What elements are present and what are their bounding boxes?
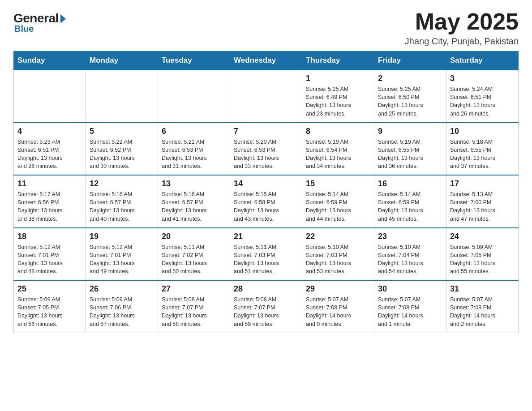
day-info: Sunrise: 5:25 AM Sunset: 6:49 PM Dayligh… [306, 85, 370, 118]
day-number: 21 [234, 232, 298, 241]
calendar-week-2: 4Sunrise: 5:23 AM Sunset: 6:51 PM Daylig… [14, 123, 519, 176]
weekday-header-row: SundayMondayTuesdayWednesdayThursdayFrid… [14, 51, 519, 70]
day-number: 25 [17, 284, 82, 294]
weekday-header-thursday: Thursday [302, 51, 374, 70]
day-info: Sunrise: 5:16 AM Sunset: 6:57 PM Dayligh… [90, 190, 154, 223]
calendar-cell: 23Sunrise: 5:10 AM Sunset: 7:04 PM Dayli… [374, 228, 446, 281]
day-info: Sunrise: 5:19 AM Sunset: 6:55 PM Dayligh… [378, 138, 442, 171]
calendar-cell: 7Sunrise: 5:20 AM Sunset: 6:53 PM Daylig… [230, 123, 302, 176]
logo: General Blue [13, 9, 66, 34]
calendar-cell: 12Sunrise: 5:16 AM Sunset: 6:57 PM Dayli… [86, 175, 158, 228]
calendar-cell [158, 70, 230, 123]
calendar-cell [14, 70, 86, 123]
day-info: Sunrise: 5:20 AM Sunset: 6:53 PM Dayligh… [234, 138, 298, 171]
day-info: Sunrise: 5:24 AM Sunset: 6:51 PM Dayligh… [450, 85, 515, 118]
calendar-cell: 1Sunrise: 5:25 AM Sunset: 6:49 PM Daylig… [302, 70, 374, 123]
day-info: Sunrise: 5:21 AM Sunset: 6:53 PM Dayligh… [162, 138, 226, 171]
day-number: 8 [306, 127, 370, 136]
day-number: 19 [90, 232, 154, 241]
day-number: 17 [450, 179, 515, 188]
day-info: Sunrise: 5:07 AM Sunset: 7:09 PM Dayligh… [450, 295, 515, 328]
calendar-cell: 4Sunrise: 5:23 AM Sunset: 6:51 PM Daylig… [14, 123, 86, 176]
weekday-header-monday: Monday [86, 51, 158, 70]
day-info: Sunrise: 5:15 AM Sunset: 6:58 PM Dayligh… [234, 190, 298, 223]
day-number: 28 [234, 284, 298, 294]
day-info: Sunrise: 5:14 AM Sunset: 6:59 PM Dayligh… [306, 190, 370, 223]
location-subtitle: Jhang City, Punjab, Pakistan [405, 36, 519, 47]
calendar-cell: 30Sunrise: 5:07 AM Sunset: 7:08 PM Dayli… [374, 280, 446, 333]
day-number: 5 [90, 127, 154, 136]
day-info: Sunrise: 5:08 AM Sunset: 7:07 PM Dayligh… [234, 295, 298, 328]
calendar-cell: 24Sunrise: 5:09 AM Sunset: 7:05 PM Dayli… [446, 228, 519, 281]
calendar-cell: 28Sunrise: 5:08 AM Sunset: 7:07 PM Dayli… [230, 280, 302, 333]
day-number: 24 [450, 232, 515, 241]
day-info: Sunrise: 5:22 AM Sunset: 6:52 PM Dayligh… [90, 138, 154, 171]
weekday-header-wednesday: Wednesday [230, 51, 302, 70]
calendar-cell: 3Sunrise: 5:24 AM Sunset: 6:51 PM Daylig… [446, 70, 519, 123]
calendar-week-4: 18Sunrise: 5:12 AM Sunset: 7:01 PM Dayli… [14, 228, 519, 281]
day-info: Sunrise: 5:09 AM Sunset: 7:06 PM Dayligh… [90, 295, 154, 328]
calendar-cell: 9Sunrise: 5:19 AM Sunset: 6:55 PM Daylig… [374, 123, 446, 176]
day-info: Sunrise: 5:08 AM Sunset: 7:07 PM Dayligh… [162, 295, 226, 328]
calendar-cell: 2Sunrise: 5:25 AM Sunset: 6:50 PM Daylig… [374, 70, 446, 123]
logo-arrow-icon [60, 14, 66, 23]
calendar-cell: 31Sunrise: 5:07 AM Sunset: 7:09 PM Dayli… [446, 280, 519, 333]
day-number: 26 [90, 284, 154, 294]
day-info: Sunrise: 5:16 AM Sunset: 6:57 PM Dayligh… [162, 190, 226, 223]
calendar-cell: 14Sunrise: 5:15 AM Sunset: 6:58 PM Dayli… [230, 175, 302, 228]
calendar-cell: 26Sunrise: 5:09 AM Sunset: 7:06 PM Dayli… [86, 280, 158, 333]
calendar-week-1: 1Sunrise: 5:25 AM Sunset: 6:49 PM Daylig… [14, 70, 519, 123]
calendar-cell: 20Sunrise: 5:11 AM Sunset: 7:02 PM Dayli… [158, 228, 230, 281]
calendar-cell: 21Sunrise: 5:11 AM Sunset: 7:03 PM Dayli… [230, 228, 302, 281]
day-number: 18 [17, 232, 82, 241]
calendar-cell: 11Sunrise: 5:17 AM Sunset: 6:56 PM Dayli… [14, 175, 86, 228]
day-info: Sunrise: 5:09 AM Sunset: 7:05 PM Dayligh… [450, 243, 515, 276]
day-number: 4 [17, 127, 82, 136]
calendar-table: SundayMondayTuesdayWednesdayThursdayFrid… [13, 51, 519, 333]
calendar-cell: 17Sunrise: 5:13 AM Sunset: 7:00 PM Dayli… [446, 175, 519, 228]
calendar-week-3: 11Sunrise: 5:17 AM Sunset: 6:56 PM Dayli… [14, 175, 519, 228]
day-info: Sunrise: 5:23 AM Sunset: 6:51 PM Dayligh… [17, 138, 82, 171]
day-number: 9 [378, 127, 442, 136]
calendar-week-5: 25Sunrise: 5:09 AM Sunset: 7:05 PM Dayli… [14, 280, 519, 333]
day-info: Sunrise: 5:11 AM Sunset: 7:02 PM Dayligh… [162, 243, 226, 276]
day-number: 2 [378, 74, 442, 83]
title-area: May 2025 Jhang City, Punjab, Pakistan [405, 9, 519, 47]
calendar-cell: 27Sunrise: 5:08 AM Sunset: 7:07 PM Dayli… [158, 280, 230, 333]
day-info: Sunrise: 5:10 AM Sunset: 7:03 PM Dayligh… [306, 243, 370, 276]
day-info: Sunrise: 5:17 AM Sunset: 6:56 PM Dayligh… [17, 190, 82, 223]
day-number: 10 [450, 127, 515, 136]
calendar-cell: 10Sunrise: 5:18 AM Sunset: 6:55 PM Dayli… [446, 123, 519, 176]
weekday-header-tuesday: Tuesday [158, 51, 230, 70]
calendar-cell: 13Sunrise: 5:16 AM Sunset: 6:57 PM Dayli… [158, 175, 230, 228]
day-info: Sunrise: 5:11 AM Sunset: 7:03 PM Dayligh… [234, 243, 298, 276]
day-number: 6 [162, 127, 226, 136]
month-year-title: May 2025 [405, 9, 519, 34]
day-info: Sunrise: 5:12 AM Sunset: 7:01 PM Dayligh… [90, 243, 154, 276]
day-info: Sunrise: 5:19 AM Sunset: 6:54 PM Dayligh… [306, 138, 370, 171]
day-number: 27 [162, 284, 226, 294]
weekday-header-saturday: Saturday [446, 51, 519, 70]
day-info: Sunrise: 5:07 AM Sunset: 7:08 PM Dayligh… [378, 295, 442, 328]
day-info: Sunrise: 5:13 AM Sunset: 7:00 PM Dayligh… [450, 190, 515, 223]
day-number: 15 [306, 179, 370, 188]
day-info: Sunrise: 5:18 AM Sunset: 6:55 PM Dayligh… [450, 138, 515, 171]
day-number: 31 [450, 284, 515, 294]
calendar-cell [86, 70, 158, 123]
calendar-cell: 18Sunrise: 5:12 AM Sunset: 7:01 PM Dayli… [14, 228, 86, 281]
day-info: Sunrise: 5:25 AM Sunset: 6:50 PM Dayligh… [378, 85, 442, 118]
calendar-cell: 15Sunrise: 5:14 AM Sunset: 6:59 PM Dayli… [302, 175, 374, 228]
calendar-cell: 8Sunrise: 5:19 AM Sunset: 6:54 PM Daylig… [302, 123, 374, 176]
calendar-cell: 16Sunrise: 5:14 AM Sunset: 6:59 PM Dayli… [374, 175, 446, 228]
weekday-header-sunday: Sunday [14, 51, 86, 70]
day-number: 3 [450, 74, 515, 83]
day-info: Sunrise: 5:07 AM Sunset: 7:08 PM Dayligh… [306, 295, 370, 328]
day-info: Sunrise: 5:09 AM Sunset: 7:05 PM Dayligh… [17, 295, 82, 328]
day-number: 11 [17, 179, 82, 188]
day-number: 16 [378, 179, 442, 188]
calendar-cell: 25Sunrise: 5:09 AM Sunset: 7:05 PM Dayli… [14, 280, 86, 333]
calendar-cell: 6Sunrise: 5:21 AM Sunset: 6:53 PM Daylig… [158, 123, 230, 176]
day-number: 12 [90, 179, 154, 188]
calendar-cell: 22Sunrise: 5:10 AM Sunset: 7:03 PM Dayli… [302, 228, 374, 281]
day-number: 1 [306, 74, 370, 83]
